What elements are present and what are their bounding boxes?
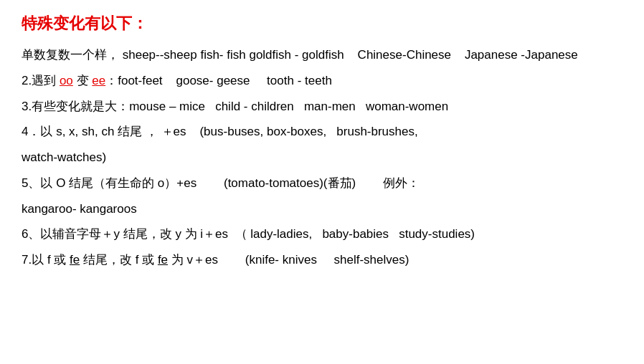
line-1: 单数复数一个样， sheep--sheep fish- fish goldfis… <box>22 44 622 66</box>
line7-suffix: 为 v＋es (knife- knives shelf-shelves) <box>168 253 409 267</box>
line2-suffix: ：foot-feet goose- geese tooth - teeth <box>105 74 332 87</box>
line7-mid: 结尾，改 f 或 <box>80 253 158 267</box>
line7-prefix: 7.以 f 或 <box>22 253 70 267</box>
line-7: 7.以 f 或 fe 结尾，改 f 或 fe 为 v＋es (knife- kn… <box>22 249 622 271</box>
page-title: 特殊变化有以下： <box>22 13 622 34</box>
line-2: 2.遇到 oo 变 ee：foot-feet goose- geese toot… <box>22 70 622 92</box>
line-4: 4．以 s, x, sh, ch 结尾 ， ＋es (bus-buses, bo… <box>22 121 622 143</box>
line4b-text: watch-watches) <box>22 150 106 164</box>
line2-mid: 变 <box>73 74 92 87</box>
line4-text: 4．以 s, x, sh, ch 结尾 ， ＋es (bus-buses, bo… <box>22 125 418 138</box>
line5-text: 5、以 O 结尾（有生命的 o）+es (tomato-tomatoes)(番茄… <box>22 176 420 190</box>
line-5: 5、以 O 结尾（有生命的 o）+es (tomato-tomatoes)(番茄… <box>22 173 622 194</box>
line2-oo: oo <box>60 74 73 87</box>
line2-prefix: 2.遇到 <box>22 74 60 87</box>
line5b-text: kangaroo- kangaroos <box>22 202 137 216</box>
content-block: 单数复数一个样， sheep--sheep fish- fish goldfis… <box>22 44 622 271</box>
line-6: 6、以辅音字母＋y 结尾，改 y 为 i＋es （ lady-ladies, b… <box>22 224 622 245</box>
line3-text: 3.有些变化就是大：mouse – mice child - children … <box>22 100 448 113</box>
line7-fe2: fe <box>158 253 168 267</box>
line2-ee: ee <box>92 74 105 87</box>
line-5b: kangaroo- kangaroos <box>22 198 622 220</box>
line1-text: 单数复数一个样， sheep--sheep fish- fish goldfis… <box>22 48 578 62</box>
line6-text: 6、以辅音字母＋y 结尾，改 y 为 i＋es （ lady-ladies, b… <box>22 227 475 241</box>
line-3: 3.有些变化就是大：mouse – mice child - children … <box>22 96 622 118</box>
page-container: 特殊变化有以下： 单数复数一个样， sheep--sheep fish- fis… <box>22 13 622 271</box>
line7-fe1: fe <box>70 253 80 267</box>
line-4b: watch-watches) <box>22 147 622 168</box>
